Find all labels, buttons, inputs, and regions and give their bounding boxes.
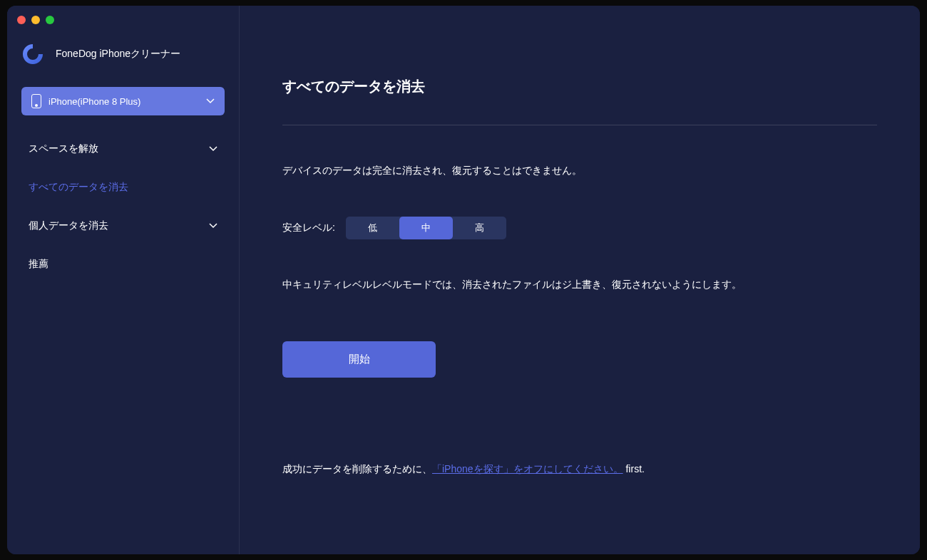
level-medium-button[interactable]: 中 <box>399 217 453 239</box>
sidebar-item-label: すべてのデータを消去 <box>29 181 128 194</box>
sidebar-item-erase-all-data[interactable]: すべてのデータを消去 <box>7 168 239 207</box>
sidebar-item-free-space[interactable]: スペースを解放 <box>7 130 239 168</box>
footer-suffix: first. <box>623 463 645 475</box>
level-low-button[interactable]: 低 <box>346 217 399 239</box>
sidebar-item-recommend[interactable]: 推薦 <box>7 245 239 284</box>
close-window-button[interactable] <box>17 16 26 24</box>
footer-prefix: 成功にデータを削除するために、 <box>282 463 432 475</box>
find-my-iphone-link[interactable]: 「iPhoneを探す」をオフにしてください。 <box>432 463 623 475</box>
sidebar-item-label: 個人データを消去 <box>29 219 108 232</box>
footer-note: 成功にデータを削除するために、「iPhoneを探す」をオフにしてください。 fi… <box>282 463 877 476</box>
sidebar: FoneDog iPhoneクリーナー iPhone(iPhone 8 Plus… <box>7 6 240 554</box>
device-label: iPhone(iPhone 8 Plus) <box>48 96 199 107</box>
start-button[interactable]: 開始 <box>282 341 436 378</box>
window-controls <box>17 16 54 24</box>
app-title: FoneDog iPhoneクリーナー <box>56 48 180 61</box>
sidebar-item-erase-private-data[interactable]: 個人データを消去 <box>7 207 239 245</box>
chevron-down-icon <box>209 222 217 230</box>
divider <box>282 125 877 125</box>
maximize-window-button[interactable] <box>46 16 54 24</box>
level-description: 中キュリティレベルレベルモードでは、消去されたファイルはジ上書き、復元されないよ… <box>282 279 877 291</box>
warning-text: デバイスのデータは完全に消去され、復元することはできません。 <box>282 165 877 177</box>
chevron-down-icon <box>209 145 217 153</box>
sidebar-item-label: スペースを解放 <box>29 142 98 155</box>
security-level-label: 安全レベル: <box>282 222 335 234</box>
device-selector[interactable]: iPhone(iPhone 8 Plus) <box>21 87 225 115</box>
phone-icon <box>31 94 41 108</box>
security-level-selector: 低 中 高 <box>346 217 506 239</box>
page-title: すべてのデータを消去 <box>282 77 877 96</box>
app-window: FoneDog iPhoneクリーナー iPhone(iPhone 8 Plus… <box>7 6 920 554</box>
app-logo-icon <box>20 41 46 67</box>
sidebar-item-label: 推薦 <box>29 258 48 271</box>
chevron-down-icon <box>206 97 215 105</box>
level-high-button[interactable]: 高 <box>453 217 506 239</box>
security-level-section: 安全レベル: 低 中 高 <box>282 217 877 239</box>
logo-section: FoneDog iPhoneクリーナー <box>7 34 239 81</box>
main-content: すべてのデータを消去 デバイスのデータは完全に消去され、復元することはできません… <box>240 6 920 554</box>
minimize-window-button[interactable] <box>31 16 40 24</box>
